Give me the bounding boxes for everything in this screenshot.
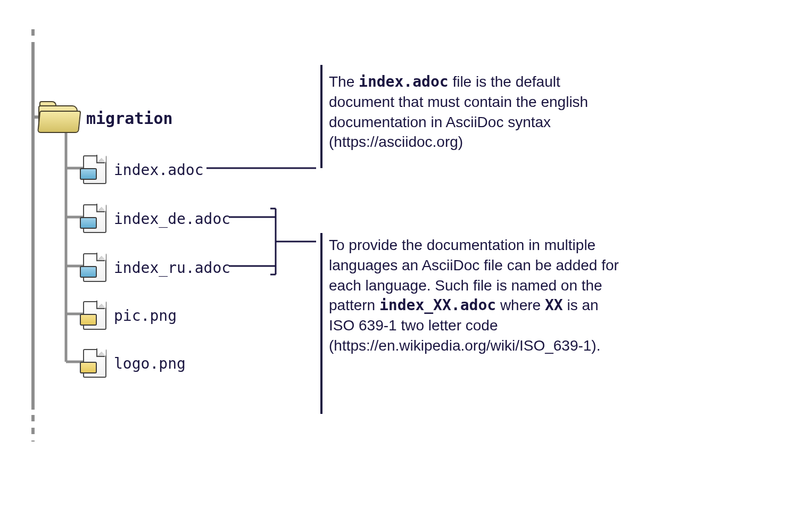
file-label-index-ru: index_ru.adoc <box>114 259 230 277</box>
file-label-logo: logo.png <box>114 355 186 372</box>
folder-icon <box>38 105 76 131</box>
file-label-pic: pic.png <box>114 307 177 325</box>
annot1-pre: The <box>329 73 359 90</box>
file-icon <box>83 349 104 376</box>
file-label-index-de: index_de.adoc <box>114 210 230 228</box>
file-icon <box>83 253 104 280</box>
annot2-code1: index_XX.adoc <box>379 296 496 314</box>
diagram-stage: migration index.adoc index_de.adoc index… <box>0 0 811 532</box>
folder-label: migration <box>86 109 173 128</box>
file-icon <box>83 204 104 231</box>
annotation-index-adoc: The index.adoc file is the default docum… <box>329 72 624 152</box>
file-icon <box>83 301 104 328</box>
annot2-code2: XX <box>545 296 563 314</box>
annotation-index-xx: To provide the documentation in multiple… <box>329 235 624 356</box>
file-icon <box>83 155 104 182</box>
annot2-mid: where <box>496 297 545 313</box>
file-label-index: index.adoc <box>114 161 204 179</box>
annot1-code: index.adoc <box>359 73 449 90</box>
